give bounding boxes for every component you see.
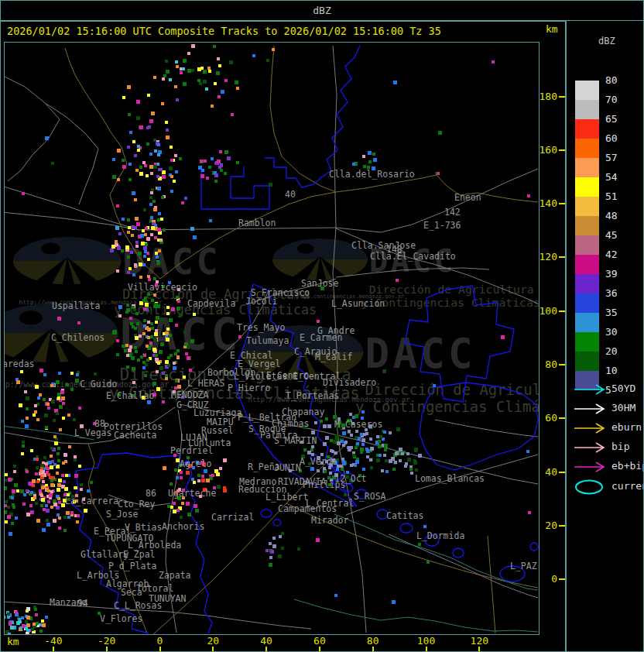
map-place-label: 142 <box>444 207 461 218</box>
radar-map: DACCDirección de Agriculturay Contingenc… <box>5 43 539 634</box>
map-place-label: 88 <box>94 418 105 429</box>
window-title: dBZ <box>313 5 331 16</box>
dbz-scale-value: 70 <box>605 94 618 105</box>
map-place-label: E_Zpal <box>123 549 156 560</box>
dbz-scale-value: 45 <box>605 229 618 241</box>
map-place-label: Gltallary <box>80 549 128 560</box>
legend-label: 30HM <box>611 402 635 414</box>
map-place-label: 40 <box>285 189 296 200</box>
track-arrow-icon <box>573 459 607 475</box>
bottom-axis-tick-label: 100 <box>417 635 435 647</box>
legend-label: current <box>611 480 644 492</box>
dbz-scale-value: 39 <box>605 268 618 280</box>
right-axis-tick <box>559 96 565 98</box>
map-place-label: aredas <box>5 359 35 369</box>
right-axis-tick-label: 40 <box>545 466 557 478</box>
map-place-label: L_Libert <box>265 492 308 503</box>
right-axis-tick <box>559 364 565 365</box>
map-place-label: Jocoli <box>245 296 278 307</box>
map-place-label: C_L_Rosas <box>114 600 162 611</box>
map-place-label: A_Verde <box>300 456 337 467</box>
dbz-scale-value: 30 <box>605 326 618 338</box>
dbz-swatch <box>575 352 599 371</box>
map-place-label: La_Carrera <box>65 496 118 506</box>
map-place-label: JUNIN <box>274 462 301 473</box>
map-place-label: Lomas_Blancas <box>415 473 485 484</box>
dbz-swatch <box>575 119 599 139</box>
dbz-swatch <box>575 100 599 119</box>
bottom-axis-unit-label: km <box>7 636 19 647</box>
dbz-scale-value: 20 <box>605 345 618 357</box>
map-place-label: V_Flores <box>100 613 142 624</box>
map-place-label: S_MARTIN <box>274 435 317 446</box>
right-distance-axis: 020406080100120140160180 <box>540 42 565 633</box>
right-axis-tick-label: 60 <box>545 412 557 424</box>
map-place-label: Carrizal <box>211 512 254 523</box>
right-axis-tick <box>559 203 565 204</box>
map-place-label: M_Calif <box>315 352 352 362</box>
bottom-axis-tick <box>212 647 214 652</box>
right-axis-tick <box>559 472 565 473</box>
right-axis-tick-label: 80 <box>545 359 557 370</box>
right-axis-tick <box>559 417 565 419</box>
dbz-scale-value: 60 <box>605 132 618 144</box>
bottom-axis-tick-label: 40 <box>260 635 272 647</box>
legend-item-current: current <box>573 479 607 495</box>
right-axis-tick-label: 100 <box>540 305 557 317</box>
map-place-label: C_Guido <box>80 379 118 389</box>
window-title-bar: dBZ <box>1 1 643 22</box>
dbz-swatch <box>575 139 599 158</box>
map-place-label: T_Porteñas <box>286 390 339 401</box>
dbz-swatch <box>575 216 599 235</box>
map-place-label: S_ROSA <box>354 491 386 502</box>
bottom-axis-tick <box>478 647 480 652</box>
map-place-label: Clla.El_Cavadito <box>370 251 456 262</box>
dbz-scale-value: 80 <box>605 74 618 86</box>
map-place-label: MENDOZA <box>171 389 209 400</box>
right-axis-tick-label: 180 <box>540 91 557 102</box>
map-place-label: E_1-736 <box>423 220 461 231</box>
map-place-label: L_PAZ <box>510 561 537 571</box>
dbz-scale-value: 36 <box>605 287 618 299</box>
map-place-label: Capdevila <box>187 298 235 309</box>
bottom-axis-tick <box>106 647 108 652</box>
track-arrow-icon <box>573 440 607 455</box>
bottom-axis-tick <box>372 647 374 652</box>
legend-label: eburn <box>611 421 642 433</box>
map-place-label: 94 <box>77 598 88 609</box>
map-place-label: E_Carmen <box>300 332 342 343</box>
current-cell-icon <box>573 479 607 495</box>
dbz-scale-value: 35 <box>605 307 618 318</box>
dbz-scale-value: 48 <box>605 210 618 221</box>
dbz-scale-value: 57 <box>605 152 618 163</box>
right-axis-tick-label: 160 <box>540 144 557 156</box>
map-place-label: Catitas <box>386 510 423 521</box>
map-place-label: Clla.SanJose <box>351 240 416 251</box>
dbz-swatch <box>575 293 599 313</box>
dbz-swatch <box>575 158 599 177</box>
map-place-label: L_Asuncion <box>331 298 385 309</box>
map-place-label: Cacheuta <box>114 430 156 441</box>
dbz-swatch <box>575 235 599 255</box>
right-axis-tick <box>559 256 565 258</box>
bottom-axis-tick <box>159 647 161 652</box>
dbz-swatch <box>575 197 599 216</box>
right-axis-unit-label: km <box>546 23 558 35</box>
map-place-label: Zapata <box>159 570 191 581</box>
dbz-scale-value: 51 <box>605 190 618 202</box>
right-axis-tick-label: 20 <box>545 520 557 531</box>
bottom-axis-tick-label: 120 <box>471 635 488 647</box>
dbz-scale-value: 54 <box>605 171 618 183</box>
dbz-swatch <box>575 274 599 293</box>
dbz-swatch <box>575 177 599 197</box>
radar-app-window: dBZ 2026/01/02 15:16:00 UTC Composite Tr… <box>0 0 644 652</box>
track-arrow-icon <box>573 401 607 417</box>
right-axis-tick-label: 0 <box>551 573 557 585</box>
legend-label: eb+bip <box>611 460 644 472</box>
map-place-label: Uspallata <box>52 300 100 311</box>
scale-legend-panel: dBZ 807065605754514845423936353020105 50… <box>565 21 644 652</box>
legend-item-bip: bip <box>573 440 607 455</box>
map-place-label: C_Chilenos <box>51 332 104 343</box>
legend-item-eburn: eburn <box>573 420 607 436</box>
map-place-label: 148 <box>386 244 402 255</box>
